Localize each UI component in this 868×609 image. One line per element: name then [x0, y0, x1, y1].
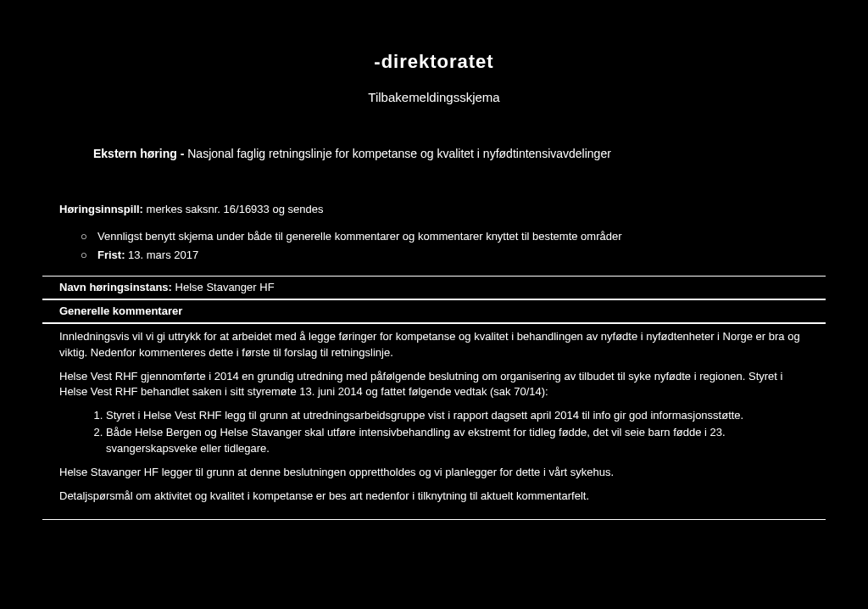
frist-value: 13. mars 2017	[125, 249, 199, 261]
navn-row: Navn høringsinstans: Helse Stavanger HF	[42, 276, 826, 299]
list-item: Vennligst benytt skjema under både til g…	[81, 228, 826, 245]
numbered-list: Styret i Helse Vest RHF legg til grunn a…	[59, 408, 809, 456]
navn-label: Navn høringsinstans:	[59, 281, 172, 293]
list-item: Styret i Helse Vest RHF legg til grunn a…	[106, 408, 809, 423]
instruction-list: Vennligst benytt skjema under både til g…	[42, 228, 826, 263]
hearing-title: Ekstern høring - Nasjonal faglig retning…	[42, 147, 826, 160]
generelle-body: Innledningsvis vil vi gi uttrykk for at …	[42, 323, 826, 520]
list-item: Frist: 13. mars 2017	[81, 247, 826, 264]
paragraph: Innledningsvis vil vi gi uttrykk for at …	[59, 329, 809, 360]
frist-label: Frist:	[97, 249, 125, 261]
list-item: Både Helse Bergen og Helse Stavanger ska…	[106, 425, 809, 455]
header-subtitle: Tilbakemeldingsskjema	[42, 90, 826, 104]
paragraph: Helse Vest RHF gjennomførte i 2014 en gr…	[59, 369, 809, 399]
hearing-prefix: Ekstern høring -	[93, 147, 187, 160]
generelle-heading-row: Generelle kommentarer	[42, 299, 826, 323]
horingsinnspill-label: Høringsinnspill:	[59, 203, 143, 215]
generelle-heading: Generelle kommentarer	[59, 304, 182, 317]
paragraph: Detaljspørsmål om aktivitet og kvalitet …	[59, 489, 809, 504]
header-logo: -direktoratet	[42, 51, 826, 73]
paragraph: Helse Stavanger HF legger til grunn at d…	[59, 465, 809, 480]
horingsinnspill-line: Høringsinnspill: merkes saksnr. 16/16933…	[42, 203, 826, 215]
horingsinnspill-text: merkes saksnr. 16/16933 og sendes	[143, 203, 323, 215]
navn-value: Helse Stavanger HF	[172, 281, 275, 293]
hearing-rest: Nasjonal faglig retningslinje for kompet…	[187, 147, 611, 160]
